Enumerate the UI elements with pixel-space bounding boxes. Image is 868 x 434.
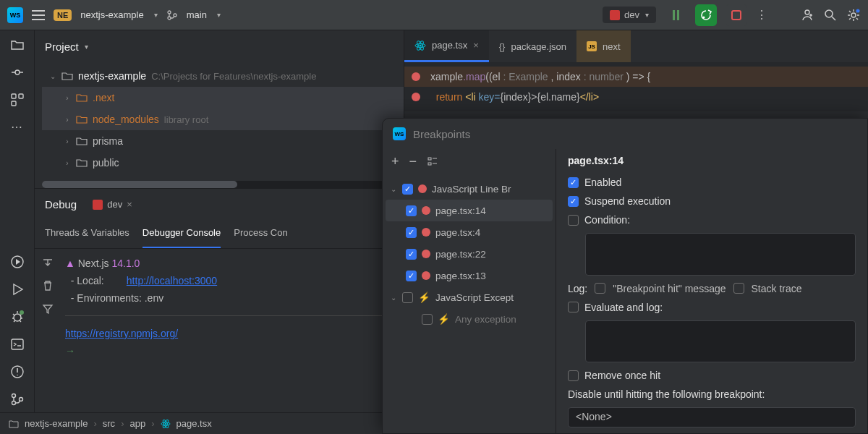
checkbox[interactable]: ✓	[406, 271, 417, 281]
more-icon[interactable]: ⋮	[756, 8, 768, 22]
editor-tab[interactable]: {} package.json	[489, 30, 576, 62]
evaluate-input[interactable]	[585, 320, 856, 363]
branch-name[interactable]: main	[187, 9, 207, 20]
checkbox[interactable]: ✓	[568, 196, 579, 207]
chevron-right-icon[interactable]: ›	[64, 94, 71, 102]
console-output[interactable]: ▲ Next.js 14.1.0 - Local: http://localho…	[61, 249, 404, 434]
breakpoint-group[interactable]: ⌄ ✓ JavaScript Line Br	[386, 178, 553, 200]
tab-threads[interactable]: Threads & Variables	[45, 227, 129, 248]
filter-icon[interactable]	[41, 302, 54, 315]
rerun-button[interactable]	[695, 4, 717, 26]
breakpoint-label: page.tsx:13	[435, 271, 486, 281]
pause-button[interactable]	[665, 4, 686, 26]
checkbox[interactable]: ✓	[406, 205, 417, 216]
group-icon[interactable]	[427, 156, 438, 167]
option-stack-trace[interactable]: Stack trace	[752, 283, 802, 294]
breakpoint-dot-icon[interactable]	[412, 93, 420, 101]
checkbox[interactable]: ✓	[568, 177, 579, 188]
editor-tab[interactable]: page.tsx ×	[404, 30, 489, 62]
tree-item[interactable]: › .next	[42, 87, 404, 109]
checkbox[interactable]	[422, 314, 433, 325]
search-icon[interactable]	[823, 8, 838, 22]
tree-item[interactable]: › node_modules library root	[42, 109, 404, 130]
tab-process[interactable]: Process Con	[234, 227, 287, 248]
chevron-right-icon[interactable]: ›	[64, 116, 71, 124]
breakpoint-item[interactable]: ✓ page.tsx:22	[386, 243, 553, 265]
checkbox[interactable]: ✓	[402, 184, 413, 195]
checkbox[interactable]: ✓	[406, 249, 417, 260]
structure-icon[interactable]	[10, 93, 25, 107]
chevron-down-icon[interactable]: ⌄	[49, 72, 56, 80]
code-editor[interactable]: xample.map((el : Example , index : numbe…	[404, 62, 868, 111]
play-icon[interactable]	[10, 282, 25, 297]
condition-input[interactable]	[585, 233, 856, 276]
step-into-icon[interactable]	[41, 256, 54, 269]
problems-icon[interactable]	[10, 365, 25, 379]
option-log-message[interactable]: "Breakpoint hit" message	[613, 283, 726, 294]
breakpoint-item[interactable]: ✓ page.tsx:13	[386, 265, 553, 286]
vcs-icon[interactable]	[10, 392, 25, 407]
chevron-down-icon[interactable]: ▾	[217, 11, 221, 19]
project-name[interactable]: nextjs-example	[80, 9, 143, 20]
checkbox[interactable]	[568, 370, 579, 381]
hamburger-icon[interactable]	[32, 10, 45, 20]
option-remove-once[interactable]: Remove once hit	[568, 370, 856, 381]
breakpoint-item[interactable]: ✓ page.tsx:14	[386, 200, 553, 221]
breakpoint-group[interactable]: ⌄ ⚡ JavaScript Except	[386, 286, 553, 308]
tree-item[interactable]: › prisma	[42, 130, 404, 152]
registry-url-link[interactable]: https://registry.npmjs.org/	[65, 328, 178, 339]
option-condition[interactable]: Condition:	[568, 214, 856, 226]
terminal-icon[interactable]	[10, 337, 25, 352]
disable-until-select[interactable]: <None>	[568, 407, 856, 427]
topbar: WS NE nextjs-example ▾ main ▾ dev ▾ ⋮	[0, 0, 868, 30]
chevron-down-icon[interactable]: ⌄	[390, 185, 397, 193]
run-config-selector[interactable]: dev ▾	[603, 7, 656, 23]
breakpoints-dialog: WS Breakpoints + − ⌄ ✓ JavaScript Line B…	[382, 118, 868, 434]
breadcrumb-item[interactable]: app	[129, 418, 145, 429]
local-url-link[interactable]: http://localhost:3000	[127, 275, 217, 286]
horizontal-scrollbar[interactable]	[42, 181, 396, 188]
chevron-down-icon[interactable]: ▾	[154, 11, 158, 19]
checkbox[interactable]	[595, 283, 605, 294]
tree-item[interactable]: › public	[42, 152, 404, 174]
commit-icon[interactable]	[10, 65, 25, 80]
project-panel-header[interactable]: Project ▾	[35, 30, 404, 62]
debug-tool-icon[interactable]	[10, 310, 25, 324]
run-tool-icon[interactable]	[10, 255, 25, 269]
breakpoint-item[interactable]: ✓ page.tsx:4	[386, 221, 553, 243]
option-suspend[interactable]: ✓Suspend execution	[568, 195, 856, 207]
trash-icon[interactable]	[41, 279, 54, 292]
checkbox[interactable]	[733, 283, 744, 294]
close-icon[interactable]: ×	[127, 199, 132, 210]
breadcrumb-item[interactable]: src	[103, 418, 115, 429]
chevron-down-icon[interactable]: ⌄	[390, 294, 397, 302]
option-evaluate[interactable]: Evaluate and log:	[568, 302, 856, 313]
breadcrumb-item[interactable]: nextjs-example	[25, 418, 88, 429]
chevron-right-icon[interactable]: ›	[64, 159, 71, 167]
breakpoint-dot-icon[interactable]	[412, 72, 420, 81]
checkbox[interactable]	[402, 292, 413, 303]
breakpoint-item[interactable]: ⚡ Any exception	[386, 308, 553, 330]
debug-session-tab[interactable]: dev ×	[87, 196, 138, 213]
breadcrumb-file[interactable]: page.tsx	[176, 418, 212, 429]
prompt-icon[interactable]: →	[65, 345, 75, 357]
code-with-me-icon[interactable]	[800, 8, 814, 22]
close-icon[interactable]: ×	[473, 40, 479, 51]
checkbox[interactable]: ✓	[406, 227, 417, 238]
chevron-down-icon: ▾	[645, 11, 649, 19]
add-icon[interactable]: +	[391, 154, 399, 169]
tree-item-suffix: library root	[164, 114, 208, 125]
folder-icon[interactable]	[10, 38, 25, 52]
tree-root[interactable]: ⌄ nextjs-example C:\Projects for Feature…	[42, 65, 404, 87]
more-icon[interactable]: ⋯	[11, 120, 23, 134]
stop-button[interactable]	[726, 4, 747, 26]
checkbox[interactable]	[568, 215, 579, 226]
gear-icon[interactable]	[846, 8, 861, 22]
tab-console[interactable]: Debugger Console	[142, 227, 221, 248]
editor-tab[interactable]: JS next	[576, 30, 631, 62]
svg-point-3	[703, 16, 705, 18]
chevron-right-icon[interactable]: ›	[64, 137, 71, 145]
option-enabled[interactable]: ✓Enabled	[568, 176, 856, 188]
remove-icon[interactable]: −	[409, 154, 417, 169]
checkbox[interactable]	[568, 302, 579, 312]
